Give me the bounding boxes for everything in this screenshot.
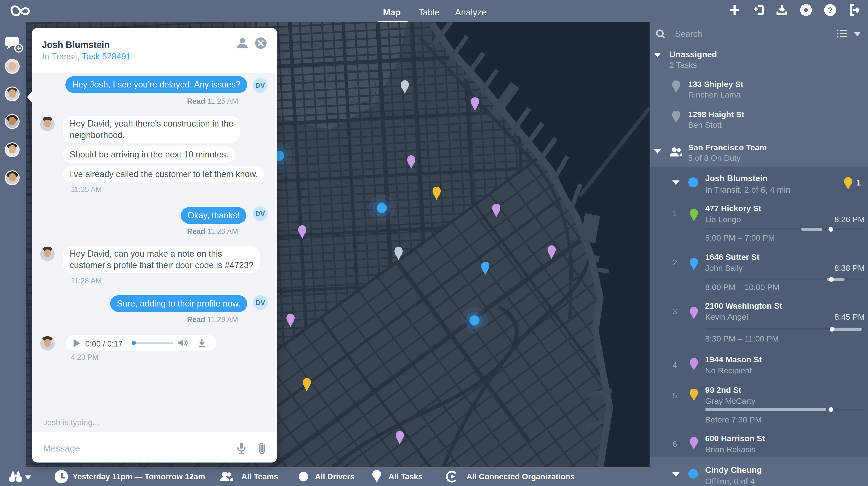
svg-text:?: ? xyxy=(828,5,833,14)
